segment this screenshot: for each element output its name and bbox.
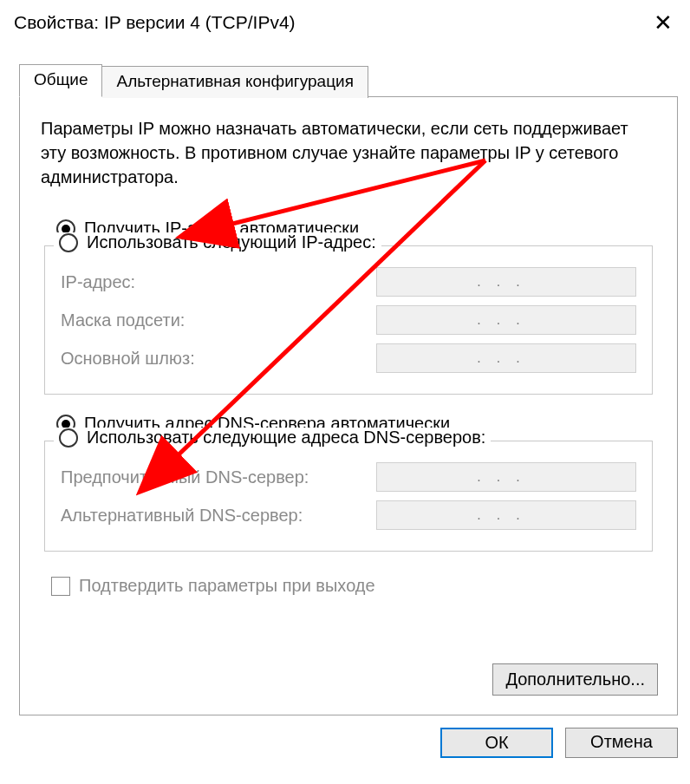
radio-ip-manual-row[interactable]: Использовать следующий IP-адрес: [54, 232, 381, 252]
label-dns-preferred: Предпочитаемый DNS-сервер: [61, 467, 309, 487]
advanced-button[interactable]: Дополнительно... [492, 663, 658, 696]
radio-dns-manual-label: Использовать следующие адреса DNS-сервер… [87, 428, 485, 448]
input-dns-preferred[interactable]: ... [376, 462, 636, 492]
label-subnet-mask: Маска подсети: [61, 310, 185, 330]
tab-panel-general: Параметры IP можно назначать автоматичес… [19, 96, 678, 715]
tab-alternate[interactable]: Альтернативная конфигурация [102, 66, 368, 98]
field-dns-preferred: Предпочитаемый DNS-сервер: ... [61, 462, 636, 492]
input-default-gateway[interactable]: ... [376, 343, 636, 373]
description-text: Параметры IP можно назначать автоматичес… [41, 116, 656, 189]
close-icon[interactable]: ✕ [647, 10, 680, 36]
field-default-gateway: Основной шлюз: ... [61, 343, 636, 373]
radio-dns-manual-row[interactable]: Использовать следующие адреса DNS-сервер… [54, 428, 491, 448]
ok-button[interactable]: ОК [440, 728, 553, 758]
label-ip-address: IP-адрес: [61, 272, 135, 292]
fieldset-dns-manual: Использовать следующие адреса DNS-сервер… [44, 441, 653, 552]
radio-ip-manual-label: Использовать следующий IP-адрес: [87, 232, 376, 252]
dialog-buttons: ОК Отмена [0, 728, 678, 758]
validate-row[interactable]: Подтвердить параметры при выходе [51, 576, 656, 596]
radio-ip-manual[interactable] [59, 233, 78, 252]
input-subnet-mask[interactable]: ... [376, 305, 636, 335]
input-dns-alternate[interactable]: ... [376, 500, 636, 530]
tab-general[interactable]: Общие [19, 64, 102, 97]
label-default-gateway: Основной шлюз: [61, 349, 195, 369]
checkbox-validate[interactable] [51, 577, 70, 596]
tab-strip: Общие Альтернативная конфигурация [19, 64, 690, 96]
window-title: Свойства: IP версии 4 (TCP/IPv4) [14, 12, 296, 33]
label-validate: Подтвердить параметры при выходе [79, 576, 375, 596]
input-ip-address[interactable]: ... [376, 267, 636, 297]
radio-dns-manual[interactable] [59, 428, 78, 448]
label-dns-alternate: Альтернативный DNS-сервер: [61, 506, 303, 526]
field-ip-address: IP-адрес: ... [61, 267, 636, 297]
cancel-button[interactable]: Отмена [565, 728, 678, 758]
titlebar: Свойства: IP версии 4 (TCP/IPv4) ✕ [0, 0, 690, 43]
field-subnet-mask: Маска подсети: ... [61, 305, 636, 335]
fieldset-ip-manual: Использовать следующий IP-адрес: IP-адре… [44, 245, 653, 395]
field-dns-alternate: Альтернативный DNS-сервер: ... [61, 500, 636, 530]
